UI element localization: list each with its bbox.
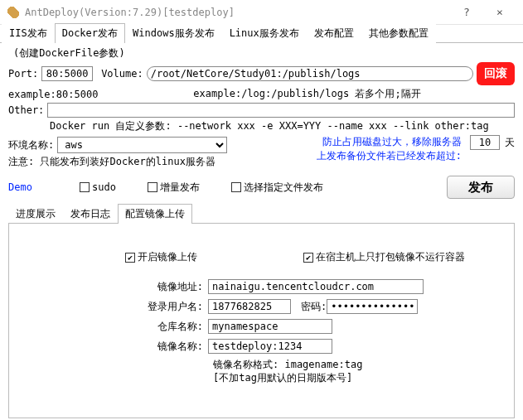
enable-mirror-label: 开启镜像上传 [138, 250, 197, 264]
checkbox-checked-icon: ✔ [303, 253, 313, 263]
env-select[interactable]: aws [57, 137, 227, 153]
selectfiles-label: 选择指定文件发布 [244, 181, 323, 195]
close-button[interactable]: × [483, 6, 516, 18]
other-input[interactable] [47, 103, 515, 118]
addr-input[interactable] [208, 279, 424, 294]
repo-input[interactable] [208, 319, 332, 334]
volume-input[interactable] [147, 66, 473, 81]
tab-iis[interactable]: IIS发布 [2, 23, 55, 43]
titlebar: AntDeploy(Version:7.29)[testdeploy] ? × [0, 0, 523, 25]
sudo-checkbox[interactable]: sudo [80, 181, 116, 193]
rollback-button[interactable]: 回滚 [477, 62, 515, 85]
days-unit: 天 [505, 136, 515, 150]
incremental-checkbox[interactable]: 增量发布 [148, 181, 200, 195]
volume-example: example:/log:/publish/logs 若多个用;隔开 [144, 87, 470, 101]
dockerfile-heading: (创建DockerFile参数) [13, 46, 515, 60]
sub-tabs: 进度展示 发布日志 配置镜像上传 [8, 205, 515, 224]
subtab-log[interactable]: 发布日志 [63, 204, 118, 224]
tab-otherconfig[interactable]: 其他参数配置 [361, 23, 436, 43]
port-example: example:80:5000 [8, 89, 141, 100]
tab-publishconfig[interactable]: 发布配置 [307, 23, 361, 43]
demo-link[interactable]: Demo [8, 181, 48, 193]
mirror-panel: ✔ 开启镜像上传 ✔ 在宿主机上只打包镜像不运行容器 镜像地址: 登录用户名: … [8, 224, 515, 418]
repo-label: 仓库名称: [26, 320, 208, 334]
checkbox-icon [80, 182, 90, 192]
disk-note-1: 防止占用磁盘过大，移除服务器 [317, 135, 462, 149]
env-label: 环境名称: [8, 138, 54, 152]
tab-linuxservice[interactable]: Linux服务发布 [222, 23, 307, 43]
docker-params: (创建DockerFile参数) Port: Volume: 回滚 exampl… [0, 43, 523, 202]
volume-label: Volume: [101, 68, 143, 80]
main-tabs: IIS发布 Docker发布 Windows服务发布 Linux服务发布 发布配… [0, 25, 523, 43]
port-input[interactable] [41, 66, 93, 81]
checkbox-checked-icon: ✔ [125, 253, 135, 263]
image-hint-1: 镜像名称格式: imagename:tag [213, 359, 497, 372]
pw-input[interactable] [327, 299, 418, 314]
subtab-mirror[interactable]: 配置镜像上传 [118, 204, 192, 224]
pw-label: 密码: [301, 300, 327, 314]
packonly-checkbox[interactable]: ✔ 在宿主机上只打包镜像不运行容器 [303, 250, 465, 264]
tab-winservice[interactable]: Windows服务发布 [125, 23, 222, 43]
tab-docker[interactable]: Docker发布 [55, 23, 125, 43]
enable-mirror-checkbox[interactable]: ✔ 开启镜像上传 [125, 250, 197, 264]
disk-note-2: 上发布备份文件若已经发布超过: [317, 149, 462, 163]
days-input[interactable] [470, 135, 500, 150]
checkbox-icon [148, 182, 157, 192]
subtab-progress[interactable]: 进度展示 [8, 204, 63, 224]
other-label: Other: [8, 104, 44, 116]
packonly-label: 在宿主机上只打包镜像不运行容器 [316, 250, 465, 264]
checkbox-icon [231, 182, 241, 192]
user-label: 登录用户名: [26, 300, 208, 314]
user-input[interactable] [208, 299, 291, 314]
window-title: AntDeploy(Version:7.29)[testdeploy] [25, 7, 235, 18]
sudo-label: sudo [92, 181, 116, 193]
env-note: 注意: 只能发布到装好Docker的linux服务器 [8, 155, 215, 169]
other-hint: Docker run 自定义参数: --network xxx -e XXX=Y… [50, 119, 489, 133]
app-icon [7, 6, 20, 19]
image-hint-2: [不加tag用默认的日期版本号] [213, 372, 497, 385]
selectfiles-checkbox[interactable]: 选择指定文件发布 [231, 181, 323, 195]
image-input[interactable] [208, 339, 332, 354]
image-label: 镜像名称: [26, 340, 208, 354]
port-label: Port: [8, 68, 38, 80]
help-button[interactable]: ? [450, 6, 483, 18]
incremental-label: 增量发布 [160, 181, 200, 195]
addr-label: 镜像地址: [26, 280, 208, 294]
publish-button[interactable]: 发布 [447, 176, 515, 199]
